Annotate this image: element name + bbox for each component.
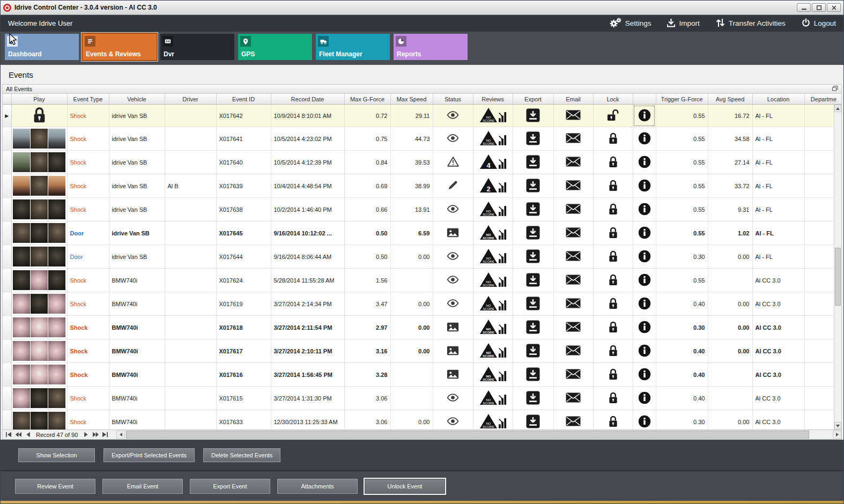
tab-gps[interactable]: GPS [238,34,312,60]
cell-play[interactable] [11,221,67,245]
column-header-vehicle[interactable]: Vehicle [109,94,165,105]
cell-reviews[interactable]: 4 [473,151,513,174]
scroll-left-button[interactable] [116,431,125,439]
next-page-button[interactable] [91,431,100,439]
event-row[interactable]: ShockBMW740iX0176193/27/2014 2:14:34 PM3… [3,292,842,316]
cell-play[interactable] [11,151,67,174]
cell-play[interactable] [11,269,67,292]
column-header-export[interactable]: Export [513,94,553,105]
event-thumbnail[interactable] [31,365,48,384]
cell-info[interactable] [633,387,656,410]
event-thumbnail[interactable] [31,412,48,430]
event-thumbnail[interactable] [31,294,48,314]
horizontal-scroll-track[interactable] [125,431,833,439]
cell-lock[interactable] [593,410,633,431]
scroll-up-button[interactable] [834,105,841,112]
cell-play[interactable] [11,198,67,221]
prev-page-button[interactable] [13,431,23,439]
cell-email[interactable] [553,151,593,174]
cell-email[interactable] [553,198,593,221]
cell-lock[interactable] [593,151,633,174]
event-thumbnail[interactable] [13,317,30,337]
cell-reviews[interactable]: NOSCORE [473,269,513,292]
cell-lock[interactable] [593,387,633,410]
event-row[interactable]: ShockBMW740iX0176153/27/2014 1:31:30 PM3… [3,387,842,410]
cell-email[interactable] [553,339,593,363]
row-selector[interactable] [3,292,11,316]
event-thumbnail[interactable] [31,247,48,266]
horizontal-scroll-thumb[interactable] [126,431,809,439]
cell-info[interactable] [633,410,656,431]
unlock-event-button[interactable]: Unlock Event [365,479,445,494]
event-row[interactable]: ShockBMW740iX0176163/27/2014 1:56:45 PM3… [3,363,842,387]
email-event-button[interactable]: Email Event [102,479,183,494]
event-thumbnail[interactable] [13,247,30,266]
event-row[interactable]: Shockidrive Van SBX01763810/2/2014 1:46:… [3,198,842,221]
event-thumbnail[interactable] [13,199,30,219]
event-row[interactable]: ShockBMW740iX0176183/27/2014 2:11:54 PM2… [3,316,842,339]
event-thumbnail[interactable] [13,152,30,172]
cell-lock[interactable] [593,316,633,339]
column-header-status[interactable]: Status [433,94,473,105]
event-thumbnail[interactable] [31,317,48,337]
row-selector[interactable] [3,221,11,245]
cell-play[interactable] [11,292,67,316]
next-record-button[interactable] [81,431,91,439]
logout-button[interactable]: Logout [802,18,836,28]
prev-record-button[interactable] [23,431,33,439]
cell-email[interactable] [553,269,593,292]
cell-export[interactable] [513,151,553,174]
column-header-location[interactable]: Location [752,94,804,105]
cell-reviews[interactable]: 2 [473,174,513,198]
cell-info[interactable] [633,316,656,339]
tab-reports[interactable]: Reports [394,34,468,60]
cell-info[interactable] [633,198,656,221]
tab-dvr[interactable]: Dvr [160,34,234,60]
event-row[interactable]: ShockBMW740iX01763312/30/2013 11:25:33 A… [3,410,842,431]
cell-reviews[interactable]: NOSCORE [473,105,513,127]
cell-email[interactable] [553,221,593,245]
cell-info[interactable] [633,151,656,174]
cell-play[interactable] [11,127,67,151]
cell-info[interactable] [633,174,656,198]
cell-lock[interactable] [593,245,633,269]
cell-info[interactable] [633,127,656,151]
event-thumbnail[interactable] [13,294,30,314]
cell-reviews[interactable]: NOSCORE [473,387,513,410]
maximize-button[interactable] [812,3,826,12]
event-row[interactable]: Dooridrive Van SBX0176449/16/2014 8:06:4… [3,245,842,269]
cell-lock[interactable] [593,363,633,387]
column-header-max-g-force[interactable]: Max G-Force [344,94,390,105]
first-record-button[interactable] [4,431,13,439]
column-header-play[interactable]: Play [11,94,67,105]
event-thumbnail[interactable] [48,412,65,430]
minimize-button[interactable] [797,3,811,12]
scroll-down-button[interactable] [834,422,841,429]
cell-export[interactable] [513,292,553,316]
event-thumbnail[interactable] [48,152,65,172]
event-thumbnail[interactable] [31,270,48,290]
cell-export[interactable] [513,269,553,292]
column-header-record-date[interactable]: Record Date [271,94,344,105]
event-thumbnail[interactable] [31,199,48,219]
cell-info[interactable] [633,292,656,316]
column-header-driver[interactable]: Driver [165,94,216,105]
scroll-right-button[interactable] [833,431,841,439]
cell-export[interactable] [513,410,553,431]
row-selector[interactable] [3,198,11,221]
export-print-selected-events-button[interactable]: Export/Print Selected Events [103,448,195,462]
cell-export[interactable] [513,127,553,151]
cell-email[interactable] [553,410,593,431]
settings-button[interactable]: Settings [609,18,651,29]
event-thumbnail[interactable] [48,223,65,243]
horizontal-scrollbar[interactable] [116,431,841,439]
attachments-button[interactable]: Attachments [277,479,358,494]
cell-lock[interactable] [593,269,633,292]
cell-email[interactable] [553,174,593,198]
cell-play[interactable] [11,316,67,339]
column-header-event-type[interactable]: Event Type [67,94,109,105]
event-thumbnail[interactable] [31,129,48,149]
cell-email[interactable] [553,105,593,127]
event-row[interactable]: Shockidrive Van SBX01764010/5/2014 4:12:… [3,151,842,174]
cell-email[interactable] [553,127,593,151]
